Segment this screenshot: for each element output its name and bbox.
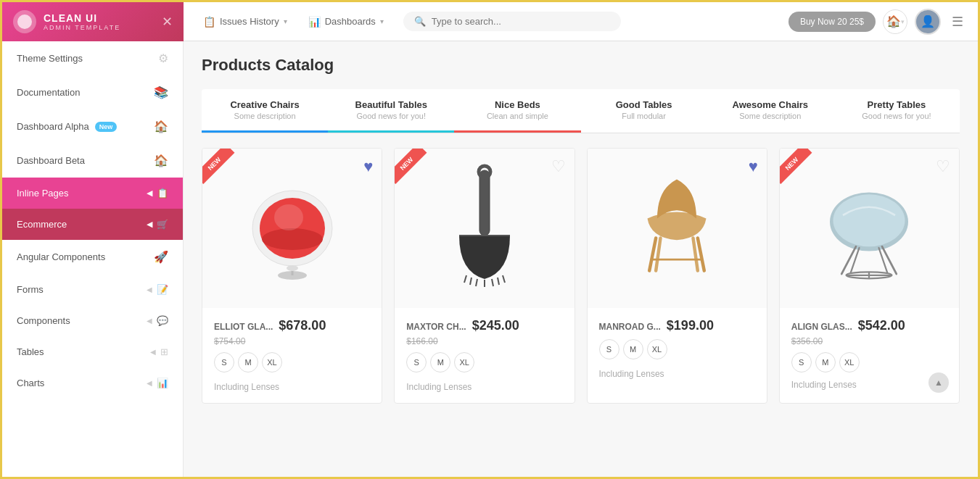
user-avatar[interactable]: 👤 bbox=[915, 9, 941, 35]
avatar-icon: 👤 bbox=[921, 14, 935, 28]
size-m[interactable]: M bbox=[623, 339, 643, 359]
forms-icon: 📝 bbox=[157, 284, 168, 295]
product-tabs: Creative Chairs Some description Beautif… bbox=[202, 89, 960, 133]
svg-line-24 bbox=[882, 246, 897, 274]
tables-icon: ⊞ bbox=[160, 346, 168, 357]
product-image-wood-chair bbox=[619, 163, 735, 293]
size-s[interactable]: S bbox=[214, 352, 234, 372]
heart-button[interactable]: ♡ bbox=[936, 157, 950, 176]
tab-creative-chairs[interactable]: Creative Chairs Some description bbox=[202, 89, 328, 133]
svg-line-13 bbox=[492, 279, 493, 286]
sidebar-item-theme-settings[interactable]: Theme Settings ⚙ bbox=[2, 41, 183, 75]
sidebar-item-documentation[interactable]: Documentation 📚 bbox=[2, 75, 183, 109]
size-m[interactable]: M bbox=[815, 352, 836, 372]
sidebar-item-dashboard-alpha[interactable]: Dashboard Alpha New 🏠 bbox=[2, 109, 183, 143]
size-xl[interactable]: XL bbox=[647, 339, 667, 359]
nav-right-controls: Buy Now 20 25$ 🏠 ▾ 👤 ☰ bbox=[788, 9, 978, 35]
arrow-icon: ◀ bbox=[147, 286, 152, 293]
size-options: S M XL bbox=[214, 352, 370, 372]
nav-item-dashboards[interactable]: 📊 Dashboards ▾ bbox=[300, 12, 392, 32]
sidebar-item-dashboard-beta[interactable]: Dashboard Beta 🏠 bbox=[2, 143, 183, 178]
nav-item-issues-history[interactable]: 📋 Issues History ▾ bbox=[194, 12, 296, 32]
svg-point-2 bbox=[262, 228, 323, 250]
svg-line-19 bbox=[693, 238, 698, 271]
svg-line-23 bbox=[842, 246, 857, 274]
svg-line-18 bbox=[656, 238, 660, 271]
dropdown-arrow: ▾ bbox=[380, 17, 384, 25]
charts-icon: 📊 bbox=[157, 378, 168, 388]
close-icon[interactable]: ✕ bbox=[162, 14, 173, 30]
product-card-elliot: ♥ bbox=[202, 148, 382, 404]
product-name-price: ALIGN GLAS... $542.00 bbox=[791, 318, 947, 333]
size-s[interactable]: S bbox=[599, 339, 619, 359]
arrow-icon: ◀ bbox=[147, 379, 152, 387]
product-card-align: ♡ bbox=[779, 148, 960, 404]
tab-beautiful-tables[interactable]: Beautiful Tables Good news for you! bbox=[328, 89, 454, 133]
heart-button[interactable]: ♡ bbox=[551, 157, 566, 176]
sidebar-item-inline-pages[interactable]: Inline Pages ◀ 📋 bbox=[2, 178, 183, 209]
main-content: Products Catalog Creative Chairs Some de… bbox=[184, 41, 978, 477]
home-icon: 🏠 bbox=[154, 154, 168, 167]
svg-line-17 bbox=[698, 238, 704, 271]
arrow-icon: ◀ bbox=[147, 317, 152, 325]
search-input[interactable] bbox=[432, 16, 610, 27]
dashboards-icon: 📊 bbox=[308, 16, 321, 28]
rocket-icon: 🚀 bbox=[154, 250, 168, 264]
inline-pages-icon: 📋 bbox=[157, 188, 168, 199]
sidebar-item-forms[interactable]: Forms ◀ 📝 bbox=[2, 274, 183, 305]
size-s[interactable]: S bbox=[791, 352, 812, 372]
sidebar: Theme Settings ⚙ Documentation 📚 Dashboa… bbox=[2, 41, 184, 477]
size-m[interactable]: M bbox=[430, 352, 450, 372]
svg-line-25 bbox=[851, 248, 860, 272]
book-icon: 📚 bbox=[154, 86, 168, 99]
arrow-left-icon: ◀ bbox=[147, 220, 152, 229]
card-body: ELLIOT GLA... $678.00 $754.00 S M XL Inc… bbox=[202, 308, 382, 403]
product-image-modern-chair bbox=[811, 163, 927, 293]
new-badge: New bbox=[95, 122, 118, 132]
size-m[interactable]: M bbox=[238, 352, 258, 372]
card-image-area: ♡ bbox=[780, 149, 959, 308]
sidebar-item-tables[interactable]: Tables ◀ ⊞ bbox=[2, 336, 183, 367]
components-icon: 💬 bbox=[157, 315, 168, 326]
logo-text: CLEAN UI ADMIN TEMPLATE bbox=[44, 12, 120, 31]
home-icon: 🏠 bbox=[886, 14, 901, 28]
product-name-price: ELLIOT GLA... $678.00 bbox=[214, 318, 370, 333]
gear-icon: ⚙ bbox=[158, 51, 168, 65]
size-options: S M XL bbox=[791, 352, 947, 372]
dropdown-arrow: ▾ bbox=[284, 17, 287, 25]
product-name-price: MANROAD G... $199.00 bbox=[599, 318, 755, 333]
size-s[interactable]: S bbox=[406, 352, 427, 372]
sidebar-item-ecommerce[interactable]: Ecommerce ◀ 🛒 bbox=[2, 209, 183, 240]
home-dropdown-arrow: ▾ bbox=[901, 18, 905, 25]
card-body: MAXTOR CH... $245.00 $166.00 S M XL Incl… bbox=[395, 308, 574, 403]
card-body: MANROAD G... $199.00 S M XL Including Le… bbox=[588, 308, 767, 390]
scroll-up-button[interactable]: ▲ bbox=[928, 372, 949, 393]
tab-nice-beds[interactable]: Nice Beds Clean and simple bbox=[454, 89, 580, 133]
size-options: S M XL bbox=[599, 339, 755, 359]
sidebar-item-angular-components[interactable]: Angular Components 🚀 bbox=[2, 240, 183, 274]
size-xl[interactable]: XL bbox=[262, 352, 282, 372]
svg-line-11 bbox=[476, 279, 477, 286]
sidebar-item-components[interactable]: Components ◀ 💬 bbox=[2, 305, 183, 336]
tab-pretty-tables[interactable]: Pretty Tables Good news for you! bbox=[833, 89, 960, 133]
size-xl[interactable]: XL bbox=[454, 352, 474, 372]
product-cards-grid: ♥ bbox=[202, 148, 960, 404]
issues-history-icon: 📋 bbox=[203, 16, 215, 28]
card-image-area: ♥ bbox=[588, 149, 767, 308]
heart-button[interactable]: ♥ bbox=[363, 157, 373, 176]
arrow-left-icon: ◀ bbox=[147, 188, 152, 198]
size-xl[interactable]: XL bbox=[839, 352, 860, 372]
product-card-manroad: ♥ bbox=[587, 148, 767, 404]
hamburger-button[interactable]: ☰ bbox=[948, 10, 967, 33]
tab-awesome-chairs[interactable]: Awesome Chairs Some description bbox=[707, 89, 833, 133]
tab-good-tables[interactable]: Good Tables Full modular bbox=[581, 89, 707, 133]
buy-button[interactable]: Buy Now 20 25$ bbox=[788, 12, 876, 32]
new-ribbon bbox=[780, 149, 823, 192]
card-image-area: ♥ bbox=[202, 149, 382, 308]
home-button[interactable]: 🏠 ▾ bbox=[883, 9, 907, 34]
heart-button[interactable]: ♥ bbox=[749, 157, 758, 176]
svg-line-10 bbox=[470, 278, 472, 285]
cart-icon: 🛒 bbox=[157, 219, 168, 230]
body-layout: Theme Settings ⚙ Documentation 📚 Dashboa… bbox=[2, 41, 978, 477]
sidebar-item-charts[interactable]: Charts ◀ 📊 bbox=[2, 367, 183, 399]
